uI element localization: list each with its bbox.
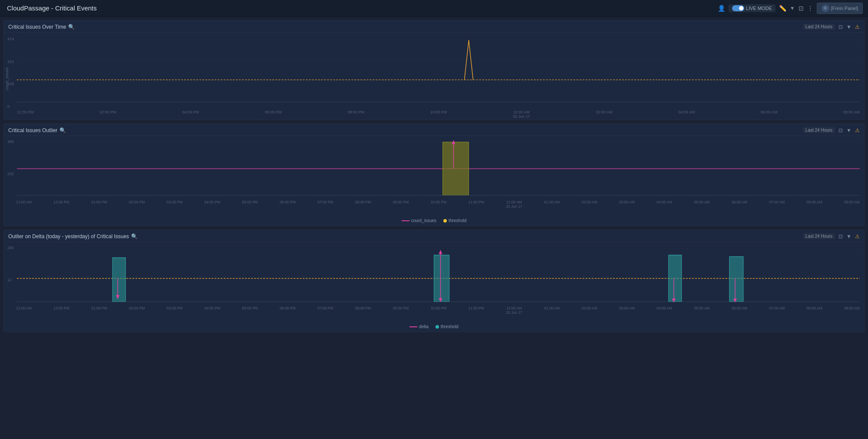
panel3-time-badge[interactable]: Last 24 Hours	[803, 233, 835, 239]
more-icon[interactable]: ⋮	[807, 5, 813, 12]
panel2-search-icon[interactable]: 🔍	[59, 127, 66, 133]
edit-icon[interactable]: ✏️	[779, 5, 786, 12]
panel3-legend: delta threshold	[4, 323, 864, 332]
panel1-svg	[4, 33, 864, 120]
panel2-title: Critical Issues Outlier 🔍	[8, 127, 66, 133]
panel3-x-axis: 11:00 AM 12:00 PM 01:00 PM 02:00 PM 03:0…	[16, 306, 860, 315]
panel2-alert-icon: ⚠	[855, 127, 860, 133]
top-header: CloudPassage - Critical Events 👤 LIVE MO…	[0, 0, 868, 17]
filter-icon[interactable]: ▼	[790, 5, 795, 11]
legend-threshold-panel3: threshold	[436, 324, 459, 329]
legend-count-issues-dash	[402, 220, 409, 221]
panel1-alert-icon: ⚠	[855, 24, 860, 30]
panel2-legend: count_issues threshold	[4, 216, 864, 226]
legend-threshold-dot	[443, 219, 447, 223]
page-title: CloudPassage - Critical Events	[7, 4, 97, 12]
panel2-filter-icon[interactable]: ▼	[846, 127, 851, 133]
panel3-alert-icon: ⚠	[855, 233, 860, 239]
legend-delta-dash	[409, 326, 417, 327]
panel-critical-issues-outlier: Critical Issues Outlier 🔍 Last 24 Hours …	[3, 123, 865, 226]
panel2-actions: Last 24 Hours ⊡ ▼ ⚠	[803, 127, 860, 133]
svg-rect-10	[443, 142, 469, 196]
main-content: Critical Issues Over Time 🔍 Last 24 Hour…	[0, 20, 868, 332]
panel2-x-axis: 11:00 AM 12:00 PM 01:00 PM 02:00 PM 03:0…	[16, 200, 860, 209]
panel3-header: Outlier on Delta (today - yesterday) of …	[4, 230, 864, 242]
panel1-time-badge[interactable]: Last 24 Hours	[803, 24, 835, 30]
legend-count-issues: count_issues	[402, 218, 436, 223]
legend-delta: delta	[409, 324, 429, 329]
panel1-actions: Last 24 Hours ⊡ ▼ ⚠	[803, 24, 860, 30]
svg-rect-26	[669, 255, 682, 302]
panel3-actions: Last 24 Hours ⊡ ▼ ⚠	[803, 233, 860, 239]
share-icon[interactable]: ⊡	[799, 5, 804, 12]
svg-rect-29	[729, 256, 743, 302]
live-mode-badge: LIVE MODE	[729, 4, 776, 12]
user-icon[interactable]: 👤	[718, 5, 725, 12]
panel-outlier-delta: Outlier on Delta (today - yesterday) of …	[3, 229, 865, 332]
panel2-download-icon[interactable]: ⊡	[838, 127, 843, 133]
panel3-filter-icon[interactable]: ▼	[846, 233, 851, 239]
legend-threshold-dot-panel3	[436, 325, 439, 329]
frein-panel-button[interactable]: ⚙ [Frein Panel]	[817, 3, 863, 14]
panel3-search-icon[interactable]: 🔍	[131, 233, 138, 239]
panel1-x-axis: 12:30 PM 02:00 PM 04:00 PM 06:00 PM 08:0…	[17, 110, 860, 119]
panel2-header: Critical Issues Outlier 🔍 Last 24 Hours …	[4, 124, 864, 136]
panel3-title: Outlier on Delta (today - yesterday) of …	[8, 233, 138, 239]
panel3-chart-area: 260 12	[4, 242, 864, 323]
legend-threshold: threshold	[443, 218, 466, 223]
panel1-header: Critical Issues Over Time 🔍 Last 24 Hour…	[4, 20, 864, 33]
panel2-chart-area: 485 232 11:0	[4, 136, 864, 216]
header-actions: 👤 LIVE MODE ✏️ ▼ ⊡ ⋮ ⚙ [Frein Panel]	[718, 3, 863, 14]
svg-rect-21	[434, 255, 449, 302]
svg-marker-23	[439, 250, 442, 254]
settings-circle-icon: ⚙	[822, 4, 829, 12]
panel1-search-icon[interactable]: 🔍	[68, 24, 75, 30]
panel1-chart-area: 474 315 158 0 count_issues	[4, 33, 864, 120]
frein-panel-label: [Frein Panel]	[831, 6, 858, 11]
panel1-filter-icon[interactable]: ▼	[846, 24, 851, 30]
panel2-time-badge[interactable]: Last 24 Hours	[803, 127, 835, 133]
panel1-download-icon[interactable]: ⊡	[838, 24, 843, 30]
panel1-title: Critical Issues Over Time 🔍	[8, 24, 75, 30]
panel-critical-issues-over-time: Critical Issues Over Time 🔍 Last 24 Hour…	[3, 20, 865, 120]
panel3-download-icon[interactable]: ⊡	[838, 233, 843, 239]
live-mode-toggle[interactable]	[732, 5, 744, 11]
live-mode-label: LIVE MODE	[746, 6, 772, 11]
